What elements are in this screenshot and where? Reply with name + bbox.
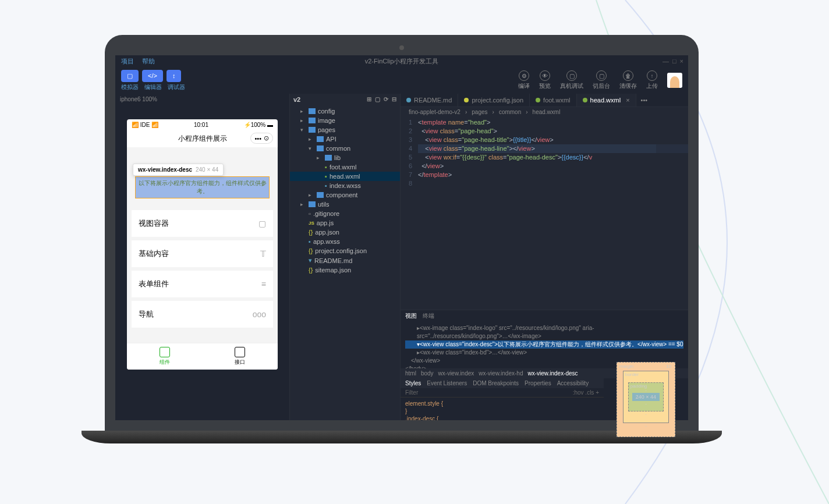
devtools-tabs[interactable]: 视图终端: [401, 310, 688, 322]
tree-item[interactable]: ▸API: [290, 134, 400, 144]
minimap[interactable]: [656, 117, 688, 310]
phone-tab[interactable]: 接口: [203, 343, 278, 370]
menu-project[interactable]: 项目: [121, 57, 134, 66]
editor-toggle[interactable]: </>: [142, 70, 163, 82]
code-editor[interactable]: 1<template name="head">2 <view class="pa…: [401, 117, 688, 310]
menu-help[interactable]: 帮助: [142, 57, 155, 66]
file-explorer: v2 ⊞ ▢ ⟳ ⊟ ▸config▸image▾pages▸API▾commo…: [290, 94, 401, 420]
tree-item[interactable]: ▸component: [290, 190, 400, 200]
debugger-toggle[interactable]: ↕: [166, 70, 182, 82]
phone-status-bar: 📶 IDE 📶 10:01 ⚡100% ▬: [127, 119, 278, 130]
inspector-tooltip: wx-view.index-desc240 × 44: [133, 164, 224, 176]
new-folder-icon[interactable]: ▢: [375, 96, 380, 103]
window-controls: — □ ×: [663, 58, 683, 65]
tree-item[interactable]: ▾pages: [290, 125, 400, 134]
phone-page-title: 小程序组件展示 •••⊙: [127, 130, 278, 147]
tree-item[interactable]: ▾common: [290, 144, 400, 153]
styles-rules[interactable]: element.style {}.index-desc {</span></di…: [401, 397, 604, 420]
phone-tab[interactable]: 组件: [127, 343, 203, 370]
tree-item[interactable]: ▾README.md: [290, 255, 400, 265]
action-3[interactable]: ▢切后台: [593, 70, 610, 90]
tree-item[interactable]: ▪head.wxml: [290, 172, 400, 181]
collapse-icon[interactable]: ⊟: [392, 96, 396, 103]
ide-app: 项目 帮助 v2-FinClip小程序开发工具 — □ × ▢ </> ↕ 模拟…: [115, 55, 688, 420]
phone-capsule[interactable]: •••⊙: [250, 133, 273, 144]
maximize-icon[interactable]: □: [672, 58, 676, 65]
tree-item[interactable]: ▸lib: [290, 153, 400, 162]
action-5[interactable]: ↑上传: [646, 70, 658, 90]
editor-tab[interactable]: foot.wxml: [530, 94, 576, 107]
simulator-panel: iphone6 100% 📶 IDE 📶 10:01 ⚡100% ▬ 小程序组件…: [115, 94, 290, 420]
refresh-icon[interactable]: ⟳: [384, 96, 388, 103]
editor-tab[interactable]: README.md: [401, 94, 458, 107]
close-icon[interactable]: ×: [680, 58, 683, 65]
toolbar: ▢ </> ↕ 模拟器编辑器调试器 ⚙编译👁预览▢真机调试▢切后台🗑清缓存↑上传: [115, 67, 688, 94]
window-title: v2-FinClip小程序开发工具: [365, 57, 439, 66]
tab-overflow-icon[interactable]: •••: [636, 94, 653, 107]
tree-item[interactable]: {}project.config.json: [290, 246, 400, 255]
phone-menu-item[interactable]: 导航ooo: [132, 301, 273, 328]
editor-tab[interactable]: project.config.json: [458, 94, 530, 107]
tree-item[interactable]: ▪index.wxss: [290, 181, 400, 190]
phone-menu-item[interactable]: 表单组件≡: [132, 271, 273, 297]
styles-filter-toggles[interactable]: :hov .cls +: [573, 389, 599, 396]
tree-item[interactable]: {}sitemap.json: [290, 265, 400, 275]
devtools: 视图终端 ▸<wx-image class="index-logo" src="…: [401, 310, 688, 420]
tree-item[interactable]: JSapp.js: [290, 218, 400, 228]
styles-tabs[interactable]: StylesEvent ListenersDOM BreakpointsProp…: [401, 378, 604, 388]
action-1[interactable]: 👁预览: [539, 70, 551, 90]
tree-item[interactable]: ▫.gitignore: [290, 209, 400, 218]
menubar: 项目 帮助 v2-FinClip小程序开发工具 — □ ×: [115, 55, 688, 67]
box-model: 10 - - 240 × 44- - -: [604, 378, 688, 420]
laptop-frame: 项目 帮助 v2-FinClip小程序开发工具 — □ × ▢ </> ↕ 模拟…: [82, 35, 722, 466]
close-icon: ×: [626, 97, 629, 104]
editor-tab[interactable]: head.wxml×: [577, 94, 636, 107]
tree-item[interactable]: ▪foot.wxml: [290, 162, 400, 172]
breadcrumb[interactable]: fino-applet-demo-v2›pages›common›head.wx…: [401, 107, 688, 117]
tree-item[interactable]: ▸image: [290, 116, 400, 125]
inspector-highlight: 以下将展示小程序官方组件能力，组件样式仅供参考。: [135, 176, 270, 198]
phone-menu-item[interactable]: 视图容器▢: [132, 210, 273, 237]
avatar[interactable]: [667, 73, 682, 88]
simulator-device-info[interactable]: iphone6 100%: [115, 94, 289, 105]
tree-item[interactable]: ▸utils: [290, 200, 400, 209]
explorer-root[interactable]: v2: [293, 96, 300, 103]
styles-filter-input[interactable]: Filter: [405, 389, 418, 396]
action-2[interactable]: ▢真机调试: [560, 70, 583, 90]
editor-area: README.mdproject.config.jsonfoot.wxmlhea…: [401, 94, 688, 420]
tree-item[interactable]: ▸config: [290, 107, 400, 116]
action-0[interactable]: ⚙编译: [518, 70, 530, 90]
phone-menu-item[interactable]: 基础内容𝕋: [132, 240, 273, 267]
phone-simulator: 📶 IDE 📶 10:01 ⚡100% ▬ 小程序组件展示 •••⊙ wx-vi…: [127, 119, 278, 370]
tree-item[interactable]: ▪app.wxss: [290, 237, 400, 246]
minimize-icon[interactable]: —: [663, 58, 669, 65]
action-4[interactable]: 🗑清缓存: [619, 70, 637, 90]
new-file-icon[interactable]: ⊞: [367, 96, 371, 103]
tree-item[interactable]: {}app.json: [290, 228, 400, 237]
simulator-toggle[interactable]: ▢: [121, 70, 139, 82]
